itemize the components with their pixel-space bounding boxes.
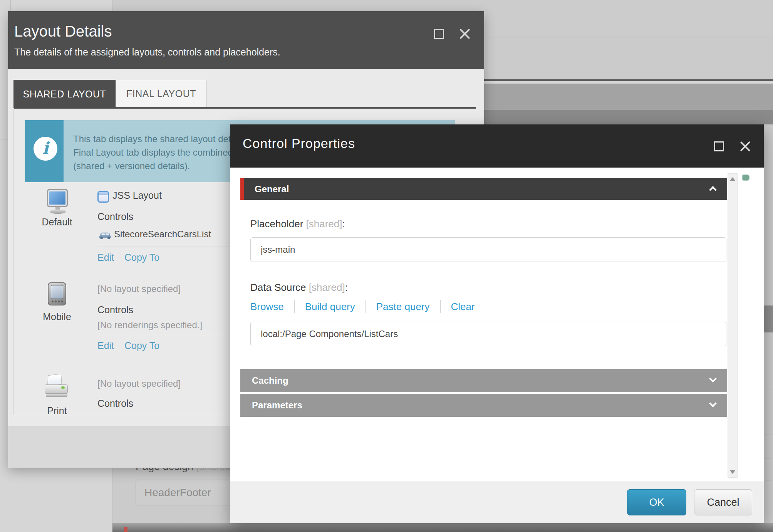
paste-query-link[interactable]: Paste query [376, 301, 430, 313]
maximize-button[interactable] [433, 28, 445, 40]
placeholder-shared-text: [shared] [306, 218, 342, 230]
status-indicator [743, 175, 749, 180]
device-default-label: Default [34, 216, 80, 228]
placeholder-input[interactable] [250, 237, 726, 262]
controls-label: Controls [97, 211, 133, 222]
ok-button[interactable]: OK [627, 489, 686, 515]
controls-label: Controls [97, 304, 133, 316]
info-text-line: Final Layout tab displays the combined [73, 147, 233, 158]
device-mobile-layout: [No layout specified] [97, 284, 181, 294]
device-print-label-clip: Print [34, 405, 80, 415]
bg-line [764, 434, 773, 435]
control-properties-footer: OK Cancel [230, 482, 764, 523]
build-query-link[interactable]: Build query [305, 301, 355, 313]
bg-line [764, 208, 773, 208]
device-default-copyto-link[interactable]: Copy To [124, 252, 159, 263]
link-separator [294, 300, 295, 313]
colon: : [342, 218, 345, 230]
layout-window-icon [97, 191, 109, 203]
bg-red-accent [124, 527, 127, 532]
section-caching-label: Caching [252, 375, 288, 386]
printer-led [61, 386, 65, 389]
device-default-icon [47, 189, 69, 215]
datasource-label-text: Data Source [250, 282, 306, 293]
section-general-label: General [255, 184, 289, 194]
section-caching[interactable]: Caching [240, 369, 727, 392]
device-mobile-copyto-link[interactable]: Copy To [124, 340, 159, 351]
controls-label: Controls [97, 398, 133, 409]
bg-bottom-bar [112, 523, 773, 532]
layout-details-header: Layout Details The details of the assign… [8, 11, 484, 69]
vertical-scrollbar[interactable] [728, 173, 738, 478]
device-print-icon [45, 374, 69, 397]
chevron-up-icon [709, 186, 717, 194]
info-text-line: This tab displays the shared layout det [73, 134, 231, 144]
bg-line [764, 389, 773, 389]
dialog-title: Control Properties [243, 136, 355, 151]
dialog-title: Layout Details [14, 23, 112, 40]
placeholder-label-text: Placeholder [250, 218, 303, 230]
device-default-rendering: SitecoreSearchCarsList [114, 229, 211, 240]
placeholder-label: Placeholder [shared]: [250, 218, 345, 230]
device-default-edit-link[interactable]: Edit [97, 252, 114, 263]
rendering-car-icon [99, 230, 112, 240]
device-print-layout: [No layout specified] [97, 378, 181, 389]
monitor-icon [47, 189, 68, 207]
browse-link[interactable]: Browse [250, 301, 284, 313]
section-parameters[interactable]: Parameters [240, 394, 727, 417]
chevron-down-icon [709, 375, 717, 383]
scroll-down-icon[interactable] [730, 470, 735, 474]
device-print-label: Print [34, 405, 80, 415]
maximize-icon [434, 29, 444, 39]
device-mobile-rendering: [No renderings specified.] [97, 320, 202, 331]
close-icon [459, 28, 471, 40]
datasource-shared-text: [shared] [309, 282, 345, 293]
datasource-label: Data Source [shared]: [250, 282, 348, 294]
close-icon [739, 141, 751, 152]
device-mobile-label: Mobile [34, 311, 80, 322]
section-parameters-label: Parameters [252, 400, 302, 410]
link-separator [440, 300, 441, 313]
info-text-line: (shared + versioned details). [73, 161, 190, 171]
scroll-up-icon[interactable] [730, 177, 735, 181]
close-button[interactable] [459, 28, 471, 40]
info-icon: i [34, 137, 57, 161]
datasource-links: Browse Build query Paste query Clear [250, 299, 475, 314]
control-properties-dialog: Control Properties General Placeholder [… [230, 124, 764, 523]
maximize-icon [714, 141, 724, 151]
cancel-button[interactable]: Cancel [694, 489, 752, 515]
bg-line [764, 270, 773, 270]
bg-line [764, 458, 773, 459]
maximize-button[interactable] [713, 141, 725, 152]
link-separator [366, 300, 366, 313]
bg-right-sliver-block [764, 305, 773, 332]
device-mobile-icon [48, 282, 66, 305]
colon: : [345, 282, 348, 293]
clear-link[interactable]: Clear [451, 301, 475, 313]
tab-shared-layout[interactable]: SHARED LAYOUT [13, 80, 116, 108]
bg-line [764, 480, 773, 481]
device-default-layout: JSS Layout [112, 190, 162, 201]
control-properties-header: Control Properties [230, 124, 764, 168]
datasource-input[interactable] [250, 322, 726, 346]
close-button[interactable] [739, 141, 751, 152]
bg-line [764, 244, 773, 244]
section-general[interactable]: General [240, 178, 727, 200]
pda-icon [51, 285, 63, 299]
tab-final-layout[interactable]: FINAL LAYOUT [116, 80, 207, 107]
screen: Page design [shared]: Layout Details The… [0, 0, 773, 532]
dialog-subtitle: The details of the assigned layouts, con… [14, 47, 280, 58]
device-mobile-edit-link[interactable]: Edit [97, 340, 114, 351]
chevron-down-icon [709, 399, 717, 407]
